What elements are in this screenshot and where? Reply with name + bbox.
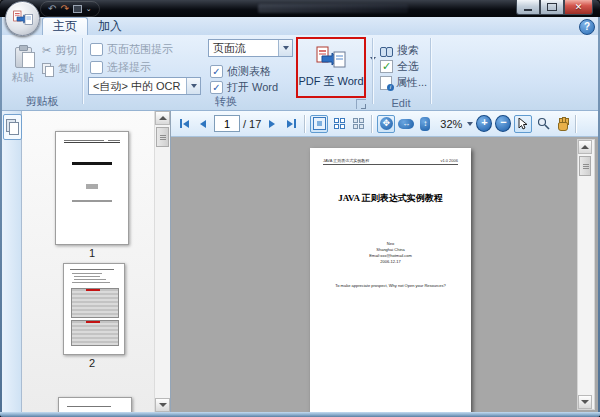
copy-button[interactable]: 复制 [42,61,80,76]
hand-icon [556,118,568,130]
pageflow-dropdown[interactable]: 页面流 [208,39,293,57]
toolbar-separator [575,115,576,133]
cut-button[interactable]: ✂ 剪切 [42,43,77,58]
close-button[interactable]: ✕ [564,0,593,15]
zoom-out-button[interactable]: − [495,116,511,132]
pageflow-dropdown-value: 页面流 [209,41,278,56]
dropdown-arrow-icon[interactable] [186,78,200,94]
pages-icon [9,122,19,135]
first-page-button[interactable] [176,116,192,132]
undo-icon[interactable]: ↶ [48,4,56,14]
tab-insert[interactable]: 加入 [88,18,132,35]
pdf-to-word-icon [13,10,33,28]
checkbox-selection-hint-label: 选择提示 [107,60,151,75]
save-icon[interactable] [73,5,82,13]
ocr-dropdown[interactable]: <自动> 中的 OCR [88,77,201,95]
scroll-up-button[interactable] [578,140,592,154]
quick-access-toolbar: ↶ ↷ ⌄ [40,1,100,17]
next-page-button[interactable] [264,116,280,132]
zoom-level-label: 32% [440,118,462,130]
zoom-dropdown-icon[interactable] [467,122,473,126]
pdf-to-word-highlight: PDF 至 Word [296,37,366,98]
scroll-down-button[interactable] [155,398,170,412]
select-tool-button[interactable] [514,115,532,133]
marquee-zoom-button[interactable] [535,116,551,132]
dropdown-arrow-icon[interactable] [278,40,292,56]
facing-pages-view-button[interactable] [331,116,347,132]
last-page-button[interactable] [283,116,299,132]
continuous-view-icon [353,118,364,129]
scroll-down-button[interactable] [578,395,592,409]
copy-label: 复制 [58,61,80,76]
scroll-down-icon [581,400,589,404]
thumbnail-scrollbar[interactable] [154,111,170,412]
select-all-button[interactable]: ✓ 全选 [380,59,419,74]
checkbox-page-range-label: 页面范围提示 [107,42,173,57]
maximize-button[interactable] [540,0,564,15]
checkbox-icon [90,61,103,74]
app-window: ↶ ↷ ⌄ ✕ 主页 加入 ? 粘贴 [0,0,600,417]
document-view[interactable]: JAVA 正则表达式实例教程 v1.0 2006 JAVA 正则表达式实例教程 … [171,137,598,412]
zoom-in-icon: + [476,115,492,132]
select-all-icon: ✓ [380,60,393,73]
document-scrollbar[interactable] [577,139,595,410]
paste-button[interactable]: 粘贴 [7,39,39,93]
document-header-right: v1.0 2006 [440,158,458,163]
copy-icon [42,63,54,75]
fit-height-icon: ↕ [420,117,430,131]
checkbox-checked-icon: ✓ [210,65,223,78]
scroll-up-button[interactable] [155,111,170,125]
page-thumbnail-2[interactable] [63,263,125,355]
search-button[interactable]: 搜索 [380,43,419,58]
scrollbar-thumb[interactable] [156,127,169,147]
page-number-input[interactable] [214,115,240,132]
continuous-view-button[interactable] [350,116,366,132]
checkbox-detect-tables[interactable]: ✓ 侦测表格 [210,64,271,79]
pdf-to-word-dropdown-arrow[interactable] [370,61,376,79]
app-menu-button[interactable] [5,1,40,36]
properties-icon [380,76,392,90]
zoom-in-button[interactable]: + [476,116,492,132]
single-page-view-button[interactable] [310,115,328,133]
page-thumbnail-1[interactable] [55,131,129,245]
fit-width-button[interactable]: ↔ [398,116,414,132]
fit-height-button[interactable]: ↕ [417,116,433,132]
toolbar-separator [304,115,305,133]
facing-pages-icon [334,118,345,129]
single-page-icon [313,117,326,130]
checkbox-open-word[interactable]: ✓ 打开 Word [210,80,278,95]
properties-button[interactable]: 属性... [380,75,427,90]
checkbox-selection-hint[interactable]: 选择提示 [90,60,151,75]
hand-tool-button[interactable] [554,116,570,132]
author-line: 2006-12-17 [310,259,471,265]
qat-dropdown-icon[interactable]: ⌄ [86,4,92,14]
tab-home[interactable]: 主页 [42,17,88,35]
checkbox-open-word-label: 打开 Word [227,80,278,95]
fit-page-button[interactable]: ✥ [377,115,395,133]
scrollbar-thumb[interactable] [579,156,591,176]
group-label-edit: Edit [372,97,430,109]
pdf-to-word-button[interactable]: PDF 至 Word [298,74,363,89]
close-icon: ✕ [575,2,583,12]
view-toolbar: / 17 ✥ ↔ ↕ 32% + − [171,111,598,137]
redo-icon[interactable]: ↷ [60,4,68,14]
pdf-to-word-icon [316,46,346,72]
checkbox-icon [90,43,103,56]
document-page: JAVA 正则表达式实例教程 v1.0 2006 JAVA 正则表达式实例教程 … [310,148,471,412]
document-header: JAVA 正则表达式实例教程 v1.0 2006 [323,158,458,165]
zoom-out-icon: − [495,115,511,132]
maximize-icon [547,3,557,11]
minimize-icon [524,9,532,11]
checkbox-page-range[interactable]: 页面范围提示 [90,42,173,57]
minimize-button[interactable] [516,0,540,15]
previous-page-button[interactable] [195,116,211,132]
ocr-dropdown-value: <自动> 中的 OCR [89,79,186,94]
group-separator [372,38,373,104]
window-controls: ✕ [516,0,593,15]
thumbnail-1-label: 1 [22,247,162,259]
group-label-convert: 转换 [82,94,370,109]
titlebar: ↶ ↷ ⌄ ✕ [0,0,600,17]
pages-panel-button[interactable] [3,114,22,140]
help-button[interactable]: ? [579,19,595,35]
page-total-label: / 17 [243,118,261,130]
